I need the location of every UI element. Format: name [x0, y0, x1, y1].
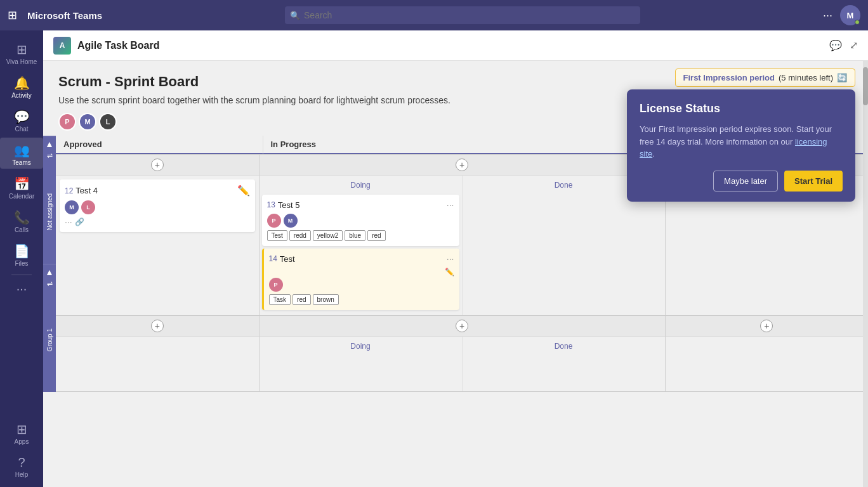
board-row-2: + + Doing: [56, 315, 868, 391]
avatar-2: M: [79, 113, 96, 131]
doing-label-row1[interactable]: Doing: [262, 178, 459, 195]
row2-filter-icon[interactable]: ⇌: [47, 280, 53, 288]
task-12-avatars: M L: [65, 200, 250, 214]
first-impression-banner: First Impression period (5 minutes left)…: [675, 68, 855, 87]
in-progress-add-btn-row1[interactable]: +: [456, 159, 468, 171]
sidebar: ⊞ Viva Home 🔔 Activity 💬 Chat 👥 Teams 📅 …: [0, 30, 43, 487]
task-14-avatars: P: [269, 278, 454, 292]
refresh-icon[interactable]: 🔄: [837, 73, 847, 82]
task-14-tags: Task red brown: [269, 294, 454, 305]
tag-blue: blue: [345, 230, 365, 241]
sidebar-item-apps[interactable]: ⊞ Apps: [0, 417, 43, 448]
task-12-edit-icon[interactable]: ✏️: [237, 185, 250, 197]
expand-icon[interactable]: ⤢: [850, 39, 858, 51]
search-input[interactable]: [285, 6, 640, 24]
license-popup-title: License Status: [640, 102, 843, 115]
sidebar-item-help[interactable]: ? Help: [0, 450, 43, 481]
col-header-in-progress: In Progress 3/10: [263, 136, 662, 154]
row1-nav-cell: ▲ ⇌ Not assigned: [43, 136, 56, 264]
third-add-btn-row2[interactable]: +: [760, 320, 773, 332]
task-13-name: Test 5: [278, 200, 447, 210]
task-14-id: 14: [269, 254, 277, 263]
help-icon: ?: [18, 455, 25, 470]
task-13-avatar-1: P: [267, 214, 281, 228]
first-impression-label: First Impression period: [683, 73, 775, 82]
app-title: Microsoft Teams: [27, 10, 102, 21]
sidebar-item-activity[interactable]: 🔔 Activity: [0, 70, 43, 101]
sidebar-item-chat[interactable]: 💬 Chat: [0, 104, 43, 135]
task-12-id: 12: [65, 186, 73, 195]
avatar-3: L: [99, 113, 117, 131]
first-impression-time: (5 minutes left): [779, 73, 833, 82]
approved-col-row2: +: [56, 316, 260, 391]
tag-brown: brown: [313, 294, 339, 305]
avatar-1: P: [58, 113, 76, 131]
start-trial-button[interactable]: Start Trial: [784, 171, 843, 192]
sidebar-item-calendar[interactable]: 📅 Calendar: [0, 171, 43, 202]
row1-up-arrow[interactable]: ▲: [45, 139, 54, 149]
status-dot: [855, 20, 860, 25]
app-header-actions: 💬 ⤢: [829, 39, 858, 51]
task-card-13: 13 Test 5 ··· P M: [262, 195, 459, 246]
approved-add-btn-row1[interactable]: +: [151, 159, 164, 171]
app-icon-letter: A: [60, 41, 65, 50]
chat-header-icon[interactable]: 💬: [829, 39, 842, 51]
grid-icon[interactable]: ⊞: [8, 8, 17, 22]
in-progress-sub-cols-row2: Doing Done: [260, 337, 665, 391]
row1-filter-icon[interactable]: ⇌: [47, 152, 53, 160]
activity-icon: 🔔: [14, 75, 30, 91]
task-13-dots[interactable]: ···: [447, 200, 454, 210]
done-label-row2[interactable]: Done: [465, 339, 662, 356]
tag-red2: red: [293, 294, 310, 305]
sidebar-item-files[interactable]: 📄 Files: [0, 238, 43, 269]
task-14-avatar-1: P: [269, 278, 283, 292]
avatar[interactable]: M: [840, 5, 860, 25]
task-12-dots[interactable]: ···: [65, 217, 72, 227]
task-12-header: 12 Test 4 ✏️: [65, 185, 250, 197]
tag-red: red: [367, 230, 385, 241]
in-progress-add-row2: +: [260, 316, 665, 337]
more-options-icon[interactable]: ···: [823, 9, 832, 22]
tag-redd: redd: [289, 230, 311, 241]
task-14-edit-row: ✏️: [269, 268, 454, 276]
task-14-header: 14 Test ···: [269, 254, 454, 264]
col-header-approved: Approved: [56, 136, 263, 154]
app-header: A Agile Task Board 💬 ⤢: [43, 30, 868, 61]
task-14-name: Test: [280, 254, 447, 264]
task-13-id: 13: [267, 200, 275, 209]
approved-col-row1: + 12 Test 4 ✏️: [56, 155, 260, 315]
sidebar-item-calls[interactable]: 📞 Calls: [0, 205, 43, 236]
sidebar-item-viva-home[interactable]: ⊞ Viva Home: [0, 37, 43, 68]
approved-add-row2: +: [56, 316, 259, 337]
search-wrapper: 🔍: [285, 6, 640, 24]
doing-sub-col-row2: Doing: [260, 337, 463, 391]
in-progress-add-btn-row2[interactable]: +: [456, 320, 468, 332]
app-header-icon: A: [53, 37, 71, 55]
approved-tasks-row1: 12 Test 4 ✏️ M L: [56, 176, 259, 315]
sidebar-item-teams[interactable]: 👥 Teams: [0, 138, 43, 169]
doing-label-row2[interactable]: Doing: [262, 339, 459, 356]
topbar-right: ··· M: [823, 5, 860, 25]
calls-icon: 📞: [14, 210, 30, 225]
avatar-initials: M: [847, 11, 854, 20]
approved-add-row1: +: [56, 155, 259, 176]
approved-add-btn-row2[interactable]: +: [151, 320, 164, 332]
task-13-header: 13 Test 5 ···: [267, 200, 454, 210]
scrollbar-track[interactable]: [863, 136, 868, 392]
teams-icon: 👥: [14, 143, 30, 158]
task-13-tags: Test redd yellow2 blue red: [267, 230, 454, 241]
task-13-avatars: P M: [267, 214, 454, 228]
row2-up-arrow[interactable]: ▲: [45, 267, 54, 277]
board-area: First Impression period (5 minutes left)…: [43, 61, 868, 487]
task-14-dots[interactable]: ···: [447, 254, 454, 264]
content-area: A Agile Task Board 💬 ⤢ First Impression …: [43, 30, 868, 487]
task-14-edit-icon[interactable]: ✏️: [445, 268, 454, 276]
third-add-row2: +: [666, 316, 869, 337]
more-icon[interactable]: ···: [16, 282, 27, 296]
sidebar-divider: [11, 275, 32, 275]
main-layout: ⊞ Viva Home 🔔 Activity 💬 Chat 👥 Teams 📅 …: [0, 30, 868, 487]
tag-test: Test: [267, 230, 287, 241]
in-progress-col-row2: + Doing Done: [260, 316, 666, 391]
calendar-icon: 📅: [14, 176, 30, 192]
maybe-later-button[interactable]: Maybe later: [713, 171, 778, 192]
